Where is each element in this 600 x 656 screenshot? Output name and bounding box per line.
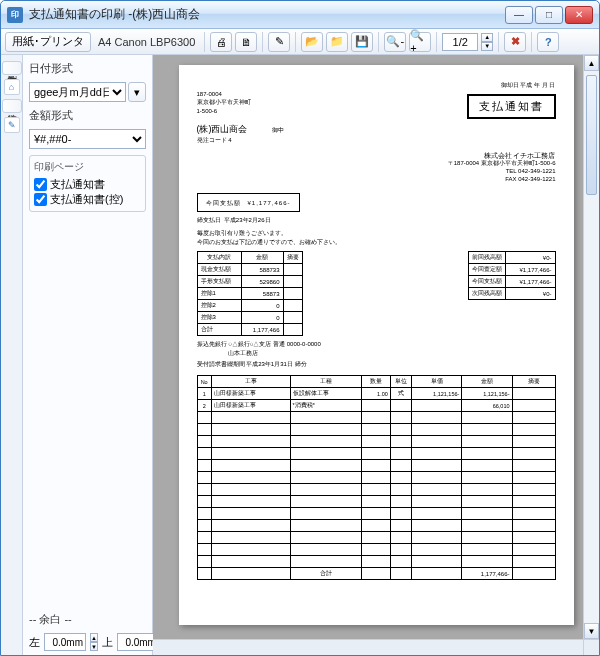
detail-table: No工事工種数量単位単価金額摘要 1山田様新築工事仮設解体工事1.00式1,12… bbox=[197, 375, 556, 580]
settlement-date: 締支払日 平成23年2月26日 bbox=[197, 216, 556, 225]
bank-info: 振込先銀行 ○△銀行○△支店 普通 0000-0-0000 山本工務店 bbox=[197, 340, 556, 357]
recipient-address: 187-0004 東京都小平市天神町 1-500-6 bbox=[197, 90, 251, 119]
scroll-thumb[interactable] bbox=[586, 75, 597, 195]
paper-printer-button[interactable]: 用紙･プリンタ bbox=[5, 32, 91, 52]
maximize-button[interactable]: □ bbox=[535, 6, 563, 24]
scroll-up-button[interactable]: ▲ bbox=[584, 55, 599, 71]
app-icon: 印 bbox=[7, 7, 23, 23]
breakdown-table: 支払内訳金額摘要 現金支払額588733 手形支払額529860 控除15887… bbox=[197, 251, 303, 336]
greeting: 毎度お取引有り難うございます。 今回のお支払は下記の通りですので、お確め下さい。 bbox=[197, 229, 556, 247]
app-window: 印 支払通知書の印刷 -(株)西山商会 — □ ✕ 用紙･プリンタ A4 Can… bbox=[0, 0, 600, 656]
print-pages-group: 印刷ページ 支払通知書 支払通知書(控) bbox=[29, 155, 146, 212]
rail-pen-icon[interactable]: ✎ bbox=[4, 117, 20, 133]
close-button[interactable]: ✕ bbox=[565, 6, 593, 24]
honorific: 御中 bbox=[272, 126, 284, 135]
toolbar: 用紙･プリンタ A4 Canon LBP6300 🖨 🗎 ✎ 📂 📁 💾 🔍- … bbox=[1, 29, 599, 55]
margin-top-label: 上 bbox=[102, 635, 113, 650]
chk-payment-notice[interactable]: 支払通知書 bbox=[34, 177, 141, 192]
window-title: 支払通知書の印刷 -(株)西山商会 bbox=[29, 6, 505, 23]
open2-icon[interactable]: 📁 bbox=[326, 32, 348, 52]
scrollbar-corner bbox=[583, 639, 599, 655]
document-page: 御却日 平成 年 月 日 187-0004 東京都小平市天神町 1-500-6 … bbox=[179, 65, 574, 625]
sender-block: 株式会社 イチホ工務店 〒187-0004 東京都小平市天神町1-500-6 T… bbox=[197, 151, 556, 183]
zoom-out-icon[interactable]: 🔍- bbox=[384, 32, 406, 52]
scroll-down-button[interactable]: ▼ bbox=[584, 623, 599, 639]
date-format-label: 日付形式 bbox=[29, 61, 146, 76]
paper-info-label: A4 Canon LBP6300 bbox=[94, 36, 199, 48]
date-format-more-button[interactable]: ▾ bbox=[128, 82, 146, 102]
document-title: 支払通知書 bbox=[467, 94, 556, 119]
zoom-in-icon[interactable]: 🔍+ bbox=[409, 32, 431, 52]
period: 受付請求書綴期間 平成23年1月31日 締分 bbox=[197, 360, 556, 369]
preview-area: 御却日 平成 年 月 日 187-0004 東京都小平市天神町 1-500-6 … bbox=[153, 55, 599, 655]
buyer-code: 発注コード 4 bbox=[197, 136, 556, 145]
print-icon[interactable]: 🖨 bbox=[210, 32, 232, 52]
money-format-select[interactable]: ¥#,##0- bbox=[29, 129, 146, 149]
total-amount-box: 今回支払額 ¥1,177,466- bbox=[197, 193, 300, 212]
titlebar: 印 支払通知書の印刷 -(株)西山商会 — □ ✕ bbox=[1, 1, 599, 29]
horizontal-scrollbar[interactable] bbox=[153, 639, 583, 655]
page-field[interactable] bbox=[442, 33, 478, 51]
date-format-select[interactable]: ggee月m月dd日 bbox=[29, 82, 126, 102]
rail-home-icon[interactable]: ⌂ bbox=[4, 79, 20, 95]
tab-print-conditions[interactable]: 印刷条件 bbox=[2, 61, 22, 75]
open-icon[interactable]: 📂 bbox=[301, 32, 323, 52]
summary-table: 前回残高額¥0- 今回査定額¥1,177,466- 今回支払額¥1,177,46… bbox=[468, 251, 556, 300]
margin-label: -- 余白 -- bbox=[29, 612, 146, 627]
margin-left-stepper[interactable]: ▲▼ bbox=[90, 633, 98, 651]
doc-date-top: 御却日 平成 年 月 日 bbox=[197, 81, 556, 90]
margin-left-label: 左 bbox=[29, 635, 40, 650]
margin-left-input[interactable] bbox=[44, 633, 86, 651]
print-pages-label: 印刷ページ bbox=[34, 160, 141, 174]
edit-icon[interactable]: ✎ bbox=[268, 32, 290, 52]
sidebar: 日付形式 ggee月m月dd日 ▾ 金額形式 ¥#,##0- 印刷ページ 支払通… bbox=[23, 55, 153, 655]
cancel-icon[interactable]: ✖ bbox=[504, 32, 526, 52]
help-icon[interactable]: ? bbox=[537, 32, 559, 52]
tab-edit[interactable]: 編集 bbox=[2, 99, 22, 113]
minimize-button[interactable]: — bbox=[505, 6, 533, 24]
save-icon[interactable]: 💾 bbox=[351, 32, 373, 52]
money-format-label: 金額形式 bbox=[29, 108, 146, 123]
vertical-scrollbar[interactable]: ▲ ▼ bbox=[583, 55, 599, 639]
recipient-name: (株)西山商会 bbox=[197, 123, 248, 136]
chk-payment-notice-copy[interactable]: 支払通知書(控) bbox=[34, 192, 141, 207]
preview-icon[interactable]: 🗎 bbox=[235, 32, 257, 52]
page-stepper[interactable]: ▲▼ bbox=[481, 33, 493, 51]
tab-rail: 印刷条件 ⌂ 編集 ✎ bbox=[1, 55, 23, 655]
